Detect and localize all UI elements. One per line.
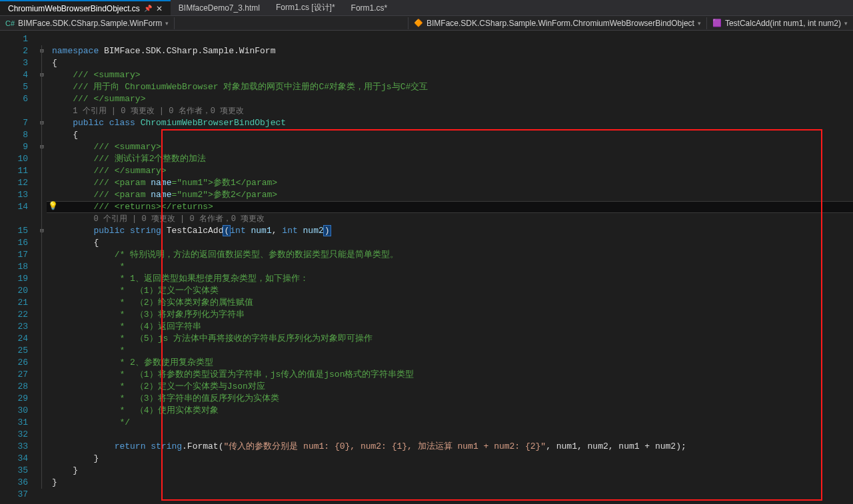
method-icon: 🟪 [712,19,722,27]
nav-class[interactable]: 🔶 BIMFace.SDK.CSharp.Sample.WinForm.Chro… [408,17,706,29]
csharp-icon: C# [5,19,15,27]
nav-label: BIMFace.SDK.CSharp.Sample.WinForm [18,19,162,28]
fold-gutter: ⊟ ⊟ ⊟ ⊟ ⊟ [37,31,47,504]
nav-namespace[interactable]: C# BIMFace.SDK.CSharp.Sample.WinForm ▾ [0,17,175,29]
class-icon: 🔶 [414,19,423,27]
tab-file-2[interactable]: BIMfaceDemo7_3.html [171,0,268,15]
nav-label: TestCalcAdd(int num1, int num2) [725,19,841,28]
code-editor[interactable]: 💡 123 456 78 91011 121314 1516 171819 20… [0,31,853,504]
pin-icon[interactable]: 📌 [144,5,152,12]
tab-bar: ChromiumWebBrowserBindObject.cs 📌 ✕ BIMf… [0,0,853,16]
fold-icon[interactable]: ⊟ [37,45,47,57]
fold-icon[interactable]: ⊟ [37,141,47,153]
line-gutter: 123 456 78 91011 121314 1516 171819 2021… [0,31,37,504]
codelens[interactable]: 0 个引用 | 0 项更改 | 0 名作者，0 项更改 [93,214,265,224]
tab-label: BIMfaceDemo7_3.html [179,3,260,13]
tab-file-4[interactable]: Form1.cs* [343,0,396,15]
nav-label: BIMFace.SDK.CSharp.Sample.WinForm.Chromi… [426,19,694,28]
tab-label: Form1.cs [设计]* [276,2,335,13]
codelens[interactable]: 1 个引用 | 0 项更改 | 0 名作者，0 项更改 [73,107,244,116]
fold-icon[interactable]: ⊟ [37,69,47,81]
nav-method[interactable]: 🟪 TestCalcAdd(int num1, int num2) ▾ [706,17,853,29]
chevron-down-icon: ▾ [844,20,848,27]
code-area[interactable]: namespace BIMFace.SDK.CSharp.Sample.WinF… [47,31,853,504]
tab-label: ChromiumWebBrowserBindObject.cs [8,4,140,13]
tab-label: Form1.cs* [351,3,388,13]
tab-file-1[interactable]: ChromiumWebBrowserBindObject.cs 📌 ✕ [0,0,171,15]
lightbulb-icon[interactable]: 💡 [48,201,58,211]
close-icon[interactable]: ✕ [156,4,163,13]
fold-icon[interactable]: ⊟ [37,225,47,237]
chevron-down-icon: ▾ [698,20,701,27]
fold-icon[interactable]: ⊟ [37,117,47,129]
breadcrumb-nav: C# BIMFace.SDK.CSharp.Sample.WinForm ▾ 🔶… [0,16,853,31]
chevron-down-icon: ▾ [165,20,169,27]
tab-file-3[interactable]: Form1.cs [设计]* [268,0,343,15]
